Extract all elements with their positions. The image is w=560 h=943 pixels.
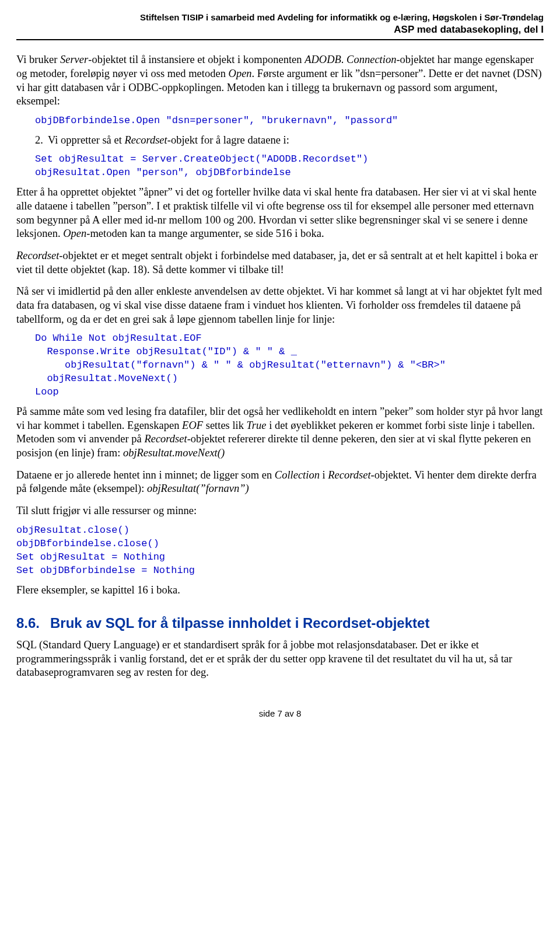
- paragraph-sql-intro: SQL (Standard Query Language) er et stan…: [16, 638, 544, 680]
- paragraph-intro: Vi bruker Server-objektet til å instansi…: [16, 53, 544, 109]
- page-footer: side 7 av 8: [16, 708, 544, 719]
- header-rule: [16, 39, 544, 40]
- paragraph-eof: På samme måte som ved lesing fra datafil…: [16, 405, 544, 460]
- list-step-2: 2. Vi oppretter så et Recordset-objekt f…: [35, 134, 544, 148]
- code-create-recordset: Set objResultat = Server.CreateObject("A…: [35, 153, 544, 180]
- list-number: 2.: [35, 134, 43, 148]
- section-title: Bruk av SQL for å tilpasse innholdet i R…: [50, 615, 429, 631]
- section-number: 8.6.: [16, 614, 40, 633]
- code-loop: Do While Not objResultat.EOF Response.Wr…: [35, 332, 544, 399]
- paragraph-open-explain: Etter å ha opprettet objektet ”åpner” vi…: [16, 186, 544, 241]
- header-org-line: Stiftelsen TISIP i samarbeid med Avdelin…: [16, 12, 544, 23]
- paragraph-loop-intro: Nå ser vi imidlertid på den aller enkles…: [16, 285, 544, 326]
- paragraph-collection: Dataene er jo allerede hentet inn i minn…: [16, 469, 544, 496]
- paragraph-recordset-central: Recordset-objektet er et meget sentralt …: [16, 249, 544, 277]
- code-close: objResultat.close() objDBforbindelse.clo…: [16, 524, 544, 578]
- page-header: Stiftelsen TISIP i samarbeid med Avdelin…: [16, 12, 544, 37]
- paragraph-more-examples: Flere eksempler, se kapittel 16 i boka.: [16, 584, 544, 598]
- list-item-2: 2. Vi oppretter så et Recordset-objekt f…: [35, 134, 544, 148]
- section-heading-8-6: 8.6.Bruk av SQL for å tilpasse innholdet…: [16, 614, 544, 633]
- code-open-dsn: objDBforbindelse.Open "dsn=personer", "b…: [35, 114, 544, 128]
- header-title-line: ASP med databasekopling, del I: [16, 23, 544, 37]
- paragraph-free-resources: Til slutt frigjør vi alle ressurser og m…: [16, 504, 544, 518]
